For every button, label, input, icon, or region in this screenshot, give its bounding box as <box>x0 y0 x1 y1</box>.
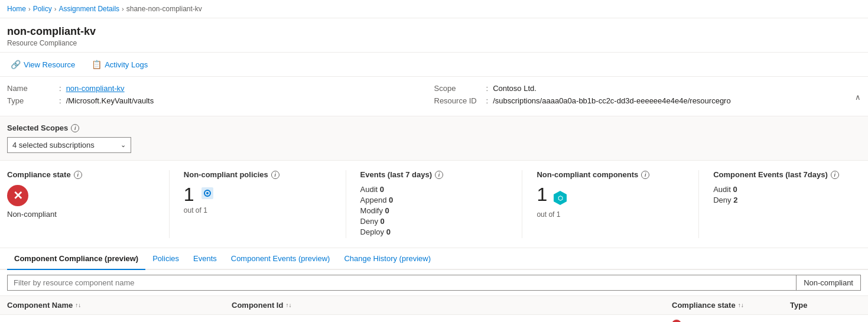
sort-component-id-icon[interactable]: ↑↓ <box>285 302 291 308</box>
col-compliance-state: Compliance state ↑↓ <box>672 301 790 310</box>
deny-event: Deny 0 <box>360 217 494 226</box>
breadcrumb-current: shane-non-compliant-kv <box>126 5 202 13</box>
policies-stat: 1 <box>184 185 317 204</box>
events-list: Audit 0 Append 0 Modify 0 Deny 0 Deploy … <box>360 185 494 236</box>
name-value[interactable]: non-compliant-kv <box>66 84 125 93</box>
scopes-dropdown-value: 4 selected subscriptions <box>12 141 95 149</box>
compliance-state-title: Compliance state i <box>7 170 141 179</box>
comp-deny-event: Deny 2 <box>713 196 847 204</box>
page-subtitle: Resource Compliance <box>7 39 861 47</box>
divider-3 <box>522 170 522 238</box>
table-body: maxvalidity-noncompliant-cert maxvalidit… <box>0 315 868 322</box>
component-events-title: Component Events (last 7days) i <box>713 170 847 179</box>
view-resource-button[interactable]: 🔗 View Resource <box>7 57 79 71</box>
svg-text:⬡: ⬡ <box>558 195 563 201</box>
cell-type: Certif <box>790 320 861 323</box>
cell-component-name: maxvalidity-noncompliant-cert <box>7 320 232 323</box>
toolbar: 🔗 View Resource 📋 Activity Logs <box>0 53 868 77</box>
resource-id-value: /subscriptions/aaaa0a0a-bb1b-cc2c-dd3d-e… <box>493 96 731 105</box>
compliance-state-value: Non-compliant <box>7 210 141 219</box>
type-row: Type : /Microsoft.KeyVault/vaults <box>7 96 434 105</box>
non-compliant-policies-block: Non-compliant policies i 1 out of 1 <box>184 170 331 238</box>
components-stat: 1 ⬡ <box>537 185 670 208</box>
type-label: Type <box>7 96 54 105</box>
events-block: Events (last 7 days) i Audit 0 Append 0 … <box>360 170 508 238</box>
components-sub: out of 1 <box>537 210 670 219</box>
tab-events[interactable]: Events <box>186 248 224 270</box>
tab-change-history[interactable]: Change History (preview) <box>337 248 438 270</box>
append-event: Append 0 <box>360 196 494 204</box>
breadcrumb: Home › Policy › Assignment Details › sha… <box>0 0 868 18</box>
events-title: Events (last 7 days) i <box>360 170 494 179</box>
non-compliant-components-title: Non-compliant components i <box>537 170 670 179</box>
activity-logs-label: Activity Logs <box>105 60 148 69</box>
cell-component-id: maxvalidity-noncompliant-cert <box>232 320 672 323</box>
page-header: non-compliant-kv Resource Compliance <box>0 18 868 53</box>
activity-logs-button[interactable]: 📋 Activity Logs <box>88 57 151 71</box>
cell-compliance-state: ✕ Non-compliant <box>672 320 790 322</box>
policies-number: 1 <box>184 185 194 204</box>
compliance-state-block: Compliance state i ✕ Non-compliant <box>7 170 155 238</box>
col-component-name: Component Name ↑↓ <box>7 301 232 310</box>
view-resource-label: View Resource <box>24 60 75 69</box>
scope-label: Scope <box>434 84 482 93</box>
tab-component-compliance[interactable]: Component Compliance (preview) <box>7 248 145 270</box>
component-events-info-icon[interactable]: i <box>831 171 839 179</box>
divider-4 <box>698 170 699 238</box>
modify-event: Modify 0 <box>360 206 494 215</box>
breadcrumb-home[interactable]: Home <box>7 5 26 13</box>
non-compliant-icon: ✕ <box>7 185 28 206</box>
page-title: non-compliant-kv <box>7 25 861 38</box>
sort-component-name-icon[interactable]: ↑↓ <box>75 302 81 308</box>
tab-component-events[interactable]: Component Events (preview) <box>224 248 337 270</box>
activity-logs-icon: 📋 <box>92 60 102 69</box>
component-events-list: Audit 0 Deny 2 <box>713 185 847 204</box>
tabs-section: Component Compliance (preview) Policies … <box>0 248 868 270</box>
breadcrumb-assignment-details[interactable]: Assignment Details <box>58 5 119 13</box>
svg-point-2 <box>206 192 209 194</box>
resource-id-label: Resource ID <box>434 96 482 105</box>
table-header: Component Name ↑↓ Component Id ↑↓ Compli… <box>0 296 868 315</box>
component-events-block: Component Events (last 7days) i Audit 0 … <box>713 170 861 238</box>
components-number: 1 <box>537 185 547 204</box>
divider-2 <box>346 170 346 238</box>
chevron-down-icon: ⌄ <box>121 141 126 149</box>
stats-section: Compliance state i ✕ Non-compliant Non-c… <box>0 161 868 248</box>
info-section: Name : non-compliant-kv Type : /Microsof… <box>0 77 868 116</box>
scope-row: Scope : Contoso Ltd. <box>434 84 862 93</box>
filter-section: Non-compliant <box>0 270 868 296</box>
col-type: Type <box>790 301 861 310</box>
scopes-label: Selected Scopes i <box>7 123 861 132</box>
tab-policies[interactable]: Policies <box>145 248 186 270</box>
type-value: /Microsoft.KeyVault/vaults <box>66 96 154 105</box>
scope-value: Contoso Ltd. <box>493 84 537 93</box>
policy-icon <box>199 185 216 201</box>
collapse-button[interactable]: ∧ <box>855 92 861 101</box>
divider-1 <box>169 170 170 238</box>
name-label: Name <box>7 84 54 93</box>
compliance-filter-dropdown[interactable]: Non-compliant <box>797 275 861 291</box>
resource-id-row: Resource ID : /subscriptions/aaaa0a0a-bb… <box>434 96 862 105</box>
audit-event: Audit 0 <box>360 185 494 194</box>
breadcrumb-policy[interactable]: Policy <box>33 5 52 13</box>
scopes-section: Selected Scopes i 4 selected subscriptio… <box>0 116 868 161</box>
components-info-icon[interactable]: i <box>641 171 649 179</box>
col-component-id: Component Id ↑↓ <box>232 301 672 310</box>
non-compliant-badge-icon: ✕ <box>672 320 681 322</box>
comp-audit-event: Audit 0 <box>713 185 847 194</box>
scopes-dropdown[interactable]: 4 selected subscriptions ⌄ <box>7 137 131 153</box>
scopes-info-icon[interactable]: i <box>71 124 79 132</box>
component-hex-icon: ⬡ <box>552 190 568 208</box>
policies-sub: out of 1 <box>184 206 317 214</box>
name-row: Name : non-compliant-kv <box>7 84 434 93</box>
table-row: maxvalidity-noncompliant-cert maxvalidit… <box>0 315 868 322</box>
filter-input[interactable] <box>7 275 797 291</box>
compliance-state-info-icon[interactable]: i <box>74 171 82 179</box>
deploy-event: Deploy 0 <box>360 227 494 236</box>
non-compliant-components-block: Non-compliant components i 1 ⬡ out of 1 <box>537 170 684 238</box>
policies-info-icon[interactable]: i <box>271 171 279 179</box>
sort-compliance-state-icon[interactable]: ↑↓ <box>738 302 744 308</box>
view-resource-icon: 🔗 <box>11 60 21 69</box>
non-compliant-policies-title: Non-compliant policies i <box>184 170 317 179</box>
events-info-icon[interactable]: i <box>435 171 443 179</box>
